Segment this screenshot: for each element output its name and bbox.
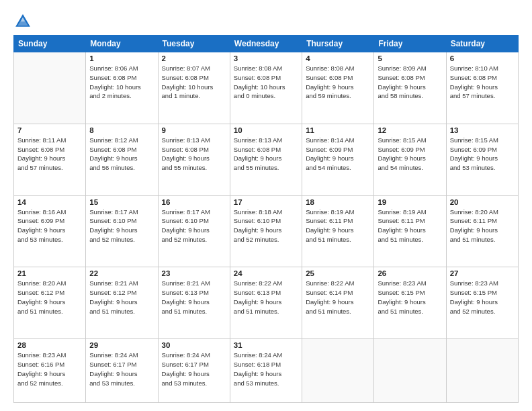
day-number: 29 [89, 341, 154, 349]
day-info: Sunrise: 8:12 AM Sunset: 6:08 PM Dayligh… [89, 136, 154, 173]
day-info: Sunrise: 8:06 AM Sunset: 6:08 PM Dayligh… [89, 64, 154, 101]
day-info: Sunrise: 8:16 AM Sunset: 6:09 PM Dayligh… [17, 208, 82, 244]
calendar-cell: 26Sunrise: 8:23 AM Sunset: 6:15 PM Dayli… [374, 267, 446, 339]
calendar-cell: 2Sunrise: 8:07 AM Sunset: 6:08 PM Daylig… [158, 52, 230, 124]
day-number: 10 [234, 126, 298, 134]
day-info: Sunrise: 8:21 AM Sunset: 6:13 PM Dayligh… [162, 279, 226, 316]
day-info: Sunrise: 8:20 AM Sunset: 6:11 PM Dayligh… [450, 208, 515, 244]
day-info: Sunrise: 8:17 AM Sunset: 6:10 PM Dayligh… [162, 208, 226, 244]
calendar-cell [374, 339, 446, 403]
day-number: 12 [378, 126, 442, 134]
calendar-cell: 9Sunrise: 8:13 AM Sunset: 6:08 PM Daylig… [158, 124, 230, 195]
day-number: 7 [17, 126, 82, 134]
day-info: Sunrise: 8:08 AM Sunset: 6:08 PM Dayligh… [306, 64, 370, 101]
calendar-cell: 23Sunrise: 8:21 AM Sunset: 6:13 PM Dayli… [158, 267, 230, 339]
calendar-cell: 30Sunrise: 8:24 AM Sunset: 6:17 PM Dayli… [158, 339, 230, 403]
weekday-header-thursday: Thursday [302, 36, 374, 52]
calendar-cell: 16Sunrise: 8:17 AM Sunset: 6:10 PM Dayli… [158, 195, 230, 267]
day-info: Sunrise: 8:23 AM Sunset: 6:16 PM Dayligh… [17, 351, 82, 387]
day-number: 13 [450, 126, 515, 134]
calendar-cell: 12Sunrise: 8:15 AM Sunset: 6:09 PM Dayli… [374, 124, 446, 195]
day-info: Sunrise: 8:24 AM Sunset: 6:17 PM Dayligh… [89, 351, 154, 387]
day-number: 4 [306, 54, 370, 62]
day-number: 2 [162, 54, 226, 62]
week-row-3: 14Sunrise: 8:16 AM Sunset: 6:09 PM Dayli… [14, 195, 519, 267]
day-number: 6 [450, 54, 515, 62]
day-info: Sunrise: 8:19 AM Sunset: 6:11 PM Dayligh… [378, 208, 442, 244]
calendar-cell [302, 339, 374, 403]
calendar-cell: 31Sunrise: 8:24 AM Sunset: 6:18 PM Dayli… [230, 339, 302, 403]
day-number: 17 [234, 198, 298, 206]
day-info: Sunrise: 8:15 AM Sunset: 6:09 PM Dayligh… [450, 136, 515, 173]
weekday-header-wednesday: Wednesday [230, 36, 302, 52]
logo-icon [13, 12, 32, 31]
calendar-cell: 18Sunrise: 8:19 AM Sunset: 6:11 PM Dayli… [302, 195, 374, 267]
day-number: 8 [89, 126, 154, 134]
calendar-cell: 14Sunrise: 8:16 AM Sunset: 6:09 PM Dayli… [14, 195, 86, 267]
calendar-cell: 8Sunrise: 8:12 AM Sunset: 6:08 PM Daylig… [86, 124, 158, 195]
calendar-cell: 22Sunrise: 8:21 AM Sunset: 6:12 PM Dayli… [86, 267, 158, 339]
day-info: Sunrise: 8:23 AM Sunset: 6:15 PM Dayligh… [450, 279, 515, 316]
weekday-header-sunday: Sunday [14, 36, 86, 52]
day-info: Sunrise: 8:18 AM Sunset: 6:10 PM Dayligh… [234, 208, 298, 244]
calendar-cell: 11Sunrise: 8:14 AM Sunset: 6:09 PM Dayli… [302, 124, 374, 195]
week-row-5: 28Sunrise: 8:23 AM Sunset: 6:16 PM Dayli… [14, 339, 519, 403]
day-info: Sunrise: 8:17 AM Sunset: 6:10 PM Dayligh… [89, 208, 154, 244]
day-number: 9 [162, 126, 226, 134]
day-number: 30 [162, 341, 226, 349]
calendar-table: SundayMondayTuesdayWednesdayThursdayFrid… [13, 35, 519, 403]
day-number: 24 [234, 269, 298, 277]
day-number: 31 [234, 341, 298, 349]
day-number: 5 [378, 54, 442, 62]
day-info: Sunrise: 8:08 AM Sunset: 6:08 PM Dayligh… [234, 64, 298, 101]
calendar-cell: 27Sunrise: 8:23 AM Sunset: 6:15 PM Dayli… [446, 267, 518, 339]
day-number: 28 [17, 341, 82, 349]
day-number: 22 [89, 269, 154, 277]
day-number: 26 [378, 269, 442, 277]
week-row-1: 1Sunrise: 8:06 AM Sunset: 6:08 PM Daylig… [14, 52, 519, 124]
weekday-header-monday: Monday [86, 36, 158, 52]
day-info: Sunrise: 8:20 AM Sunset: 6:12 PM Dayligh… [17, 279, 82, 316]
day-info: Sunrise: 8:11 AM Sunset: 6:08 PM Dayligh… [17, 136, 82, 173]
calendar-cell: 1Sunrise: 8:06 AM Sunset: 6:08 PM Daylig… [86, 52, 158, 124]
page: SundayMondayTuesdayWednesdayThursdayFrid… [0, 0, 532, 411]
day-number: 3 [234, 54, 298, 62]
day-number: 16 [162, 198, 226, 206]
week-row-4: 21Sunrise: 8:20 AM Sunset: 6:12 PM Dayli… [14, 267, 519, 339]
weekday-header-friday: Friday [374, 36, 446, 52]
calendar-cell: 10Sunrise: 8:13 AM Sunset: 6:08 PM Dayli… [230, 124, 302, 195]
calendar-cell: 15Sunrise: 8:17 AM Sunset: 6:10 PM Dayli… [86, 195, 158, 267]
calendar-cell: 6Sunrise: 8:10 AM Sunset: 6:08 PM Daylig… [446, 52, 518, 124]
day-number: 11 [306, 126, 370, 134]
day-info: Sunrise: 8:19 AM Sunset: 6:11 PM Dayligh… [306, 208, 370, 244]
week-row-2: 7Sunrise: 8:11 AM Sunset: 6:08 PM Daylig… [14, 124, 519, 195]
weekday-header-tuesday: Tuesday [158, 36, 230, 52]
calendar-cell: 29Sunrise: 8:24 AM Sunset: 6:17 PM Dayli… [86, 339, 158, 403]
calendar-cell: 21Sunrise: 8:20 AM Sunset: 6:12 PM Dayli… [14, 267, 86, 339]
calendar-cell: 28Sunrise: 8:23 AM Sunset: 6:16 PM Dayli… [14, 339, 86, 403]
day-info: Sunrise: 8:15 AM Sunset: 6:09 PM Dayligh… [378, 136, 442, 173]
day-info: Sunrise: 8:23 AM Sunset: 6:15 PM Dayligh… [378, 279, 442, 316]
day-info: Sunrise: 8:22 AM Sunset: 6:13 PM Dayligh… [234, 279, 298, 316]
day-info: Sunrise: 8:24 AM Sunset: 6:18 PM Dayligh… [234, 351, 298, 387]
day-number: 20 [450, 198, 515, 206]
day-number: 21 [17, 269, 82, 277]
day-number: 18 [306, 198, 370, 206]
weekday-header-saturday: Saturday [446, 36, 518, 52]
calendar-cell [446, 339, 518, 403]
day-info: Sunrise: 8:21 AM Sunset: 6:12 PM Dayligh… [89, 279, 154, 316]
logo [13, 12, 35, 31]
header [13, 12, 519, 31]
day-info: Sunrise: 8:13 AM Sunset: 6:08 PM Dayligh… [162, 136, 226, 173]
day-number: 1 [89, 54, 154, 62]
calendar-cell: 3Sunrise: 8:08 AM Sunset: 6:08 PM Daylig… [230, 52, 302, 124]
day-info: Sunrise: 8:07 AM Sunset: 6:08 PM Dayligh… [162, 64, 226, 101]
day-number: 19 [378, 198, 442, 206]
calendar-cell: 24Sunrise: 8:22 AM Sunset: 6:13 PM Dayli… [230, 267, 302, 339]
calendar-cell: 25Sunrise: 8:22 AM Sunset: 6:14 PM Dayli… [302, 267, 374, 339]
day-info: Sunrise: 8:09 AM Sunset: 6:08 PM Dayligh… [378, 64, 442, 101]
day-number: 14 [17, 198, 82, 206]
calendar-cell [14, 52, 86, 124]
weekday-header-row: SundayMondayTuesdayWednesdayThursdayFrid… [14, 36, 519, 52]
day-info: Sunrise: 8:22 AM Sunset: 6:14 PM Dayligh… [306, 279, 370, 316]
